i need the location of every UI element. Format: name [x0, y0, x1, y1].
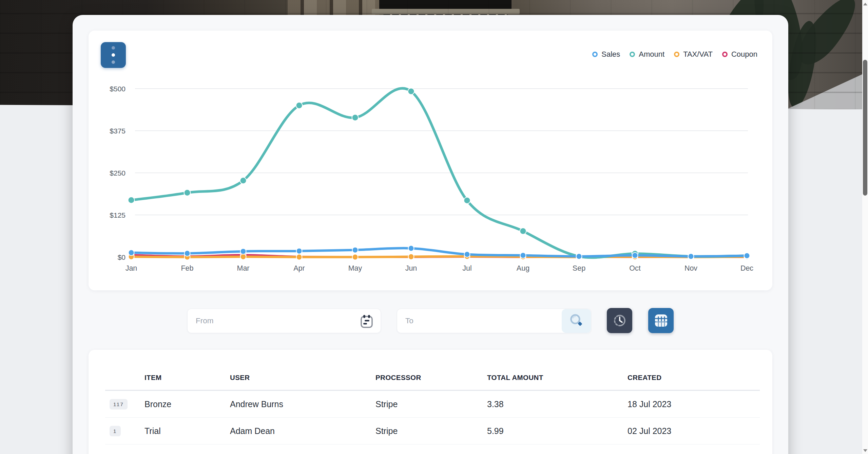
table-row[interactable]: 1TrialAdam DeanStripe5.9902 Jul 2023 [105, 418, 760, 444]
date-to-field [397, 309, 591, 333]
cell-created: 18 Jul 2023 [628, 399, 760, 409]
column-header-user: USER [230, 374, 375, 382]
x-axis-tick: Apr [293, 264, 305, 272]
legend-label: Amount [639, 50, 664, 59]
x-axis-tick: Jan [126, 264, 137, 272]
data-point [632, 254, 638, 260]
table-view-button[interactable] [648, 308, 674, 333]
data-point [129, 254, 134, 260]
cell-processor: Stripe [375, 399, 487, 409]
data-point [240, 252, 246, 258]
x-axis-tick: May [348, 264, 362, 272]
table-row[interactable]: 117BronzeAndrew BurnsStripe3.3818 Jul 20… [105, 391, 760, 418]
x-axis-tick: Mar [237, 264, 249, 272]
content-panel: SalesAmountTAX/VATCoupon $0$125$250$375$… [73, 15, 788, 454]
cell-total-amount: 5.99 [487, 426, 628, 436]
data-point [632, 254, 638, 260]
data-point [744, 254, 750, 260]
data-point [352, 247, 358, 253]
search-icon [569, 313, 584, 329]
x-axis-tick: Feb [181, 264, 193, 272]
x-axis-tick: Sep [573, 264, 585, 272]
data-point [576, 254, 582, 260]
data-point [744, 253, 750, 259]
y-axis-tick: $500 [110, 85, 126, 93]
history-button[interactable] [607, 308, 632, 333]
y-axis-tick: $375 [110, 127, 126, 135]
legend-label: Coupon [731, 50, 757, 59]
data-point [352, 114, 359, 121]
y-axis-tick: $250 [110, 169, 126, 177]
scroll-down-arrow[interactable] [863, 449, 867, 452]
data-point [185, 251, 190, 256]
data-point [576, 253, 582, 260]
kebab-vertical-icon [112, 46, 115, 50]
column-header-total-amount: TOTAL AMOUNT [487, 374, 628, 382]
count-badge: 1 [110, 426, 121, 436]
data-point [520, 228, 526, 234]
column-header-processor: PROCESSOR [375, 374, 487, 382]
legend-item-taxvat[interactable]: TAX/VAT [674, 50, 713, 59]
data-point [520, 253, 526, 258]
legend-ring-icon [722, 52, 728, 57]
legend-item-coupon[interactable]: Coupon [722, 50, 757, 59]
chart-menu-button[interactable] [101, 42, 126, 68]
legend-ring-icon [592, 52, 598, 57]
data-point [129, 250, 134, 256]
y-axis-tick: $125 [110, 211, 126, 219]
chart-legend: SalesAmountTAX/VATCoupon [592, 46, 757, 63]
data-point [352, 254, 358, 260]
data-point [296, 254, 302, 260]
data-point [408, 254, 414, 260]
data-point [352, 254, 358, 260]
cell-created: 02 Jul 2023 [628, 426, 760, 436]
payments-table-card: ITEMUSERPROCESSORTOTAL AMOUNTCREATED 117… [89, 350, 772, 454]
vertical-scrollbar[interactable] [862, 0, 868, 454]
legend-label: Sales [601, 50, 620, 59]
date-to-input[interactable] [405, 309, 541, 333]
date-from-field [187, 309, 381, 333]
data-point [688, 254, 694, 260]
data-point [408, 88, 414, 94]
legend-item-amount[interactable]: Amount [630, 50, 664, 59]
calendar-icon [360, 314, 373, 329]
data-point [688, 254, 694, 260]
data-point [632, 251, 638, 257]
table-body: 117BronzeAndrew BurnsStripe3.3818 Jul 20… [105, 391, 760, 454]
data-point [464, 197, 470, 204]
legend-label: TAX/VAT [683, 50, 713, 59]
search-button[interactable] [562, 309, 591, 333]
data-point [464, 252, 470, 257]
series-line-taxvat [131, 256, 747, 257]
data-point [576, 254, 582, 260]
cell-total-amount: 3.38 [487, 399, 628, 409]
data-point [576, 254, 582, 259]
data-point [128, 197, 135, 203]
cell-user: Adam Dean [230, 426, 375, 436]
legend-item-sales[interactable]: Sales [592, 50, 620, 59]
data-point [185, 254, 190, 260]
series-line-amount [131, 88, 747, 257]
x-axis-tick: Dec [740, 264, 753, 272]
series-line-sales [131, 248, 747, 256]
data-point [240, 249, 246, 254]
scrollbar-thumb[interactable] [863, 60, 867, 196]
data-point [520, 254, 526, 260]
cell-processor: Stripe [375, 426, 487, 436]
data-point [296, 248, 302, 254]
table-header-row: ITEMUSERPROCESSORTOTAL AMOUNTCREATED [105, 365, 760, 391]
cell-item: Bronze [144, 399, 230, 409]
badge-cell: 117 [105, 399, 144, 410]
date-from-input[interactable] [196, 309, 331, 333]
data-point [688, 254, 694, 259]
data-point [408, 254, 414, 260]
table-row[interactable] [105, 444, 760, 454]
data-point [464, 254, 470, 259]
scroll-up-arrow[interactable] [863, 3, 867, 5]
clock-history-icon [612, 313, 627, 328]
x-axis-tick: Nov [684, 264, 697, 272]
legend-ring-icon [674, 52, 679, 57]
data-point [296, 102, 303, 109]
column-header-created: CREATED [628, 374, 760, 382]
plant-leaf-decor [791, 0, 862, 72]
